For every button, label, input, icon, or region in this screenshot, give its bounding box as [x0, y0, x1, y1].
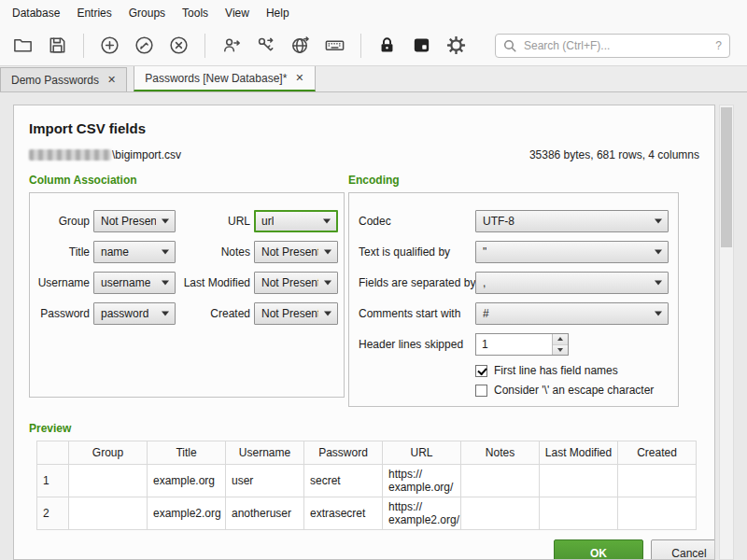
cell-url: https:// example.org/: [383, 465, 461, 497]
column-association-box: Group Not Present Title name Username us…: [29, 192, 345, 398]
redacted-path: [29, 149, 111, 161]
notes-combo[interactable]: Not Present: [254, 241, 338, 263]
tab-demo-passwords[interactable]: Demo Passwords ✕: [0, 67, 127, 91]
spinner-up-icon[interactable]: [553, 334, 568, 345]
delete-entry-button[interactable]: [163, 30, 194, 61]
settings-button[interactable]: [441, 30, 472, 61]
spinner-down-icon[interactable]: [553, 345, 568, 356]
toolbar-separator: [204, 34, 205, 58]
cell-last-modified: [540, 497, 618, 530]
autotype-button[interactable]: [319, 30, 350, 61]
column-header-group[interactable]: Group: [69, 441, 148, 465]
cell-notes: [461, 465, 540, 497]
menu-entries[interactable]: Entries: [68, 2, 120, 24]
menu-tools[interactable]: Tools: [174, 2, 217, 24]
text-qualifier-combo[interactable]: ": [475, 241, 669, 263]
url-label: URL: [176, 215, 250, 228]
table-row[interactable]: 1 example.org user secret https:// examp…: [37, 465, 697, 497]
chevron-down-icon: [162, 281, 169, 286]
url-combo[interactable]: url: [254, 210, 338, 232]
copy-username-button[interactable]: [216, 30, 247, 61]
column-header-title[interactable]: Title: [148, 441, 226, 465]
chevron-down-icon: [655, 312, 662, 316]
toolbar-separator: [360, 34, 361, 58]
vertical-scrollbar[interactable]: [719, 105, 734, 560]
encoding-box: Codec UTF-8 Text is qualified by " Field…: [348, 192, 679, 407]
open-database-button[interactable]: [7, 30, 38, 61]
group-combo[interactable]: Not Present: [93, 210, 176, 232]
file-stats: 35386 bytes, 681 rows, 4 columns: [529, 148, 699, 161]
title-label: Title: [35, 245, 90, 259]
search-help-icon[interactable]: ?: [715, 39, 722, 52]
key-arrow-icon: [255, 35, 276, 56]
cell-group: [69, 497, 148, 530]
close-tab-icon[interactable]: ✕: [295, 72, 303, 84]
field-separator-combo[interactable]: ,: [475, 272, 669, 294]
chevron-down-icon: [324, 250, 331, 255]
x-circle-icon: [168, 35, 190, 56]
screenshot-protection-button[interactable]: [406, 30, 437, 61]
save-icon: [47, 35, 68, 56]
column-header-last-modified[interactable]: Last Modified: [540, 441, 618, 465]
username-combo[interactable]: username: [93, 272, 176, 294]
last-modified-combo[interactable]: Not Present: [254, 272, 338, 294]
last-modified-label: Last Modified: [176, 276, 250, 289]
save-database-button[interactable]: [42, 30, 73, 61]
add-entry-button[interactable]: [94, 30, 125, 61]
cell-created: [618, 497, 697, 530]
globe-arrow-icon: [289, 35, 311, 56]
group-label: Group: [35, 215, 90, 228]
menu-database[interactable]: Database: [4, 2, 68, 24]
scrollbar-thumb[interactable]: [721, 107, 732, 247]
copy-url-button[interactable]: [285, 30, 316, 61]
user-arrow-icon: [220, 35, 242, 56]
column-header-notes[interactable]: Notes: [461, 441, 540, 465]
title-combo[interactable]: name: [93, 241, 176, 263]
first-line-names-checkbox[interactable]: First line has field names: [475, 364, 669, 377]
comment-start-label: Comments start with: [359, 307, 475, 320]
column-header-url[interactable]: URL: [383, 441, 461, 465]
created-combo[interactable]: Not Present: [254, 302, 338, 325]
cancel-button[interactable]: Cancel: [651, 539, 715, 560]
checkbox-label: First line has field names: [494, 364, 618, 377]
cell-username: user: [226, 465, 304, 497]
tab-passwords-new-database[interactable]: Passwords [New Database]* ✕: [134, 65, 315, 91]
toolbar-separator: [83, 34, 84, 58]
file-line: \bigimport.csv 35386 bytes, 681 rows, 4 …: [29, 148, 699, 161]
close-tab-icon[interactable]: ✕: [107, 74, 116, 86]
copy-password-button[interactable]: [250, 30, 281, 61]
checkbox-icon: [475, 385, 487, 397]
menu-view[interactable]: View: [217, 2, 258, 24]
menu-help[interactable]: Help: [258, 2, 298, 24]
ok-button[interactable]: OK: [554, 539, 643, 560]
cell-title: example.org: [148, 465, 226, 497]
chevron-down-icon: [655, 219, 662, 224]
header-lines-spinner[interactable]: 1: [475, 333, 569, 356]
search-box[interactable]: ?: [495, 34, 730, 58]
chevron-down-icon: [162, 250, 169, 255]
lock-database-button[interactable]: [372, 30, 402, 61]
lock-icon: [376, 35, 398, 56]
cell-password: extrasecret: [304, 497, 383, 530]
chevron-down-icon: [655, 281, 662, 286]
escape-char-checkbox[interactable]: Consider '\' an escape character: [475, 384, 669, 397]
chevron-down-icon: [324, 312, 331, 316]
column-header-password[interactable]: Password: [304, 441, 383, 465]
import-csv-panel: Import CSV fields \bigimport.csv 35386 b…: [13, 105, 715, 560]
column-header-created[interactable]: Created: [618, 441, 697, 465]
table-row[interactable]: 2 example2.org anotheruser extrasecret h…: [37, 497, 697, 530]
chevron-down-icon: [162, 219, 169, 224]
search-input[interactable]: [522, 38, 710, 53]
codec-combo[interactable]: UTF-8: [475, 210, 669, 232]
password-combo[interactable]: password: [93, 302, 176, 325]
edit-entry-button[interactable]: [129, 30, 160, 61]
menu-bar: Database Entries Groups Tools View Help: [0, 0, 747, 25]
comment-start-combo[interactable]: #: [475, 302, 669, 325]
checkbox-label: Consider '\' an escape character: [494, 384, 654, 397]
header-lines-label: Header lines skipped: [359, 338, 475, 351]
corner-header: [37, 441, 69, 465]
column-header-username[interactable]: Username: [226, 441, 304, 465]
menu-groups[interactable]: Groups: [120, 2, 174, 24]
tab-bar: Demo Passwords ✕ Passwords [New Database…: [0, 66, 747, 92]
chevron-down-icon: [162, 312, 169, 316]
